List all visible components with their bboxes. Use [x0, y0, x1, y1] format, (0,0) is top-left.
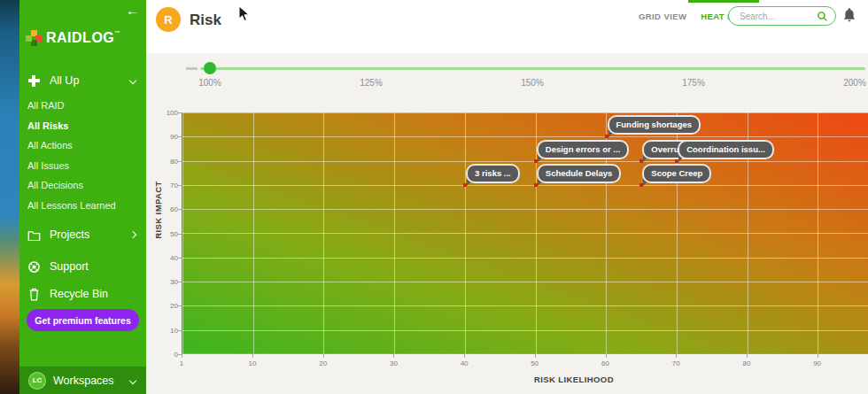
risk-bubble-funding-shortages[interactable]: Funding shortages — [608, 115, 701, 135]
sidebar-item-all-risks[interactable]: All Risks — [19, 116, 146, 136]
trademark-symbol: ™ — [114, 30, 120, 35]
x-tick-80: 80 — [742, 359, 750, 367]
y-tick-100: 100 — [153, 109, 178, 117]
risk-bubble-3-risks[interactable]: 3 risks ... — [466, 164, 520, 183]
x-tick-mark — [393, 354, 394, 358]
search-input[interactable] — [740, 12, 817, 21]
y-tick-20: 20 — [153, 302, 178, 310]
x-tick-30: 30 — [390, 359, 398, 367]
slider-label-100: 100% — [198, 78, 221, 88]
sidebar-item-label: Projects — [50, 228, 89, 241]
sidebar-item-recycle-bin[interactable]: Recycle Bin — [19, 282, 146, 305]
sidebar-item-projects[interactable]: Projects — [19, 223, 146, 246]
sidebar-item-all-issues[interactable]: All Issues — [19, 156, 146, 176]
page-title: Risk — [190, 12, 221, 29]
folder-icon — [27, 228, 41, 242]
x-tick-mark — [323, 354, 324, 358]
chevron-down-icon — [129, 376, 136, 383]
workspace-avatar: LC — [28, 372, 46, 390]
x-tick-mark — [818, 354, 818, 358]
lifebuoy-icon — [27, 259, 41, 274]
x-tick-50: 50 — [531, 359, 539, 367]
y-tick-60: 60 — [153, 205, 178, 213]
risk-page-icon: R — [156, 7, 181, 32]
sidebar-item-all-actions[interactable]: All Actions — [19, 135, 146, 156]
y-tick-70: 70 — [153, 182, 178, 189]
sidebar-item-label: Recycle Bin — [50, 288, 108, 300]
slider-label-125: 125% — [360, 78, 383, 88]
risk-bubble-scope-creep[interactable]: Scope Creep — [642, 164, 711, 183]
search-icon[interactable] — [817, 11, 828, 22]
x-axis-label: RISK LIKELIHOOD — [534, 375, 614, 384]
mouse-cursor — [238, 5, 251, 27]
trash-icon — [27, 287, 41, 301]
x-tick-mark — [252, 354, 253, 358]
y-tick-90: 90 — [153, 133, 178, 141]
x-tick-mark — [182, 354, 182, 358]
workspaces-label: Workspaces — [53, 375, 130, 387]
search-box[interactable] — [728, 6, 836, 26]
chevron-down-icon — [129, 77, 136, 84]
sidebar-item-all-decisions[interactable]: All Decisions — [19, 175, 146, 196]
y-tick-30: 30 — [153, 278, 178, 286]
x-tick-90: 90 — [813, 359, 821, 367]
x-tick-20: 20 — [319, 359, 327, 367]
x-tick-mark — [747, 354, 748, 358]
top-bar: R Risk GRID VIEWHEAT MAP — [146, 0, 868, 53]
raidlog-logo-text: RAIDLOG™ — [46, 30, 120, 46]
sidebar-item-all-raid[interactable]: All RAID — [19, 96, 146, 116]
sidebar-item-label: All Up — [50, 74, 79, 87]
slider-label-200: 200% — [843, 78, 866, 88]
tab-grid-view[interactable]: GRID VIEW — [639, 12, 686, 21]
y-tick-10: 10 — [153, 327, 178, 335]
risk-bubble-design-errors-or[interactable]: Design errors or ... — [537, 140, 629, 159]
raidlog-app-window: ← RAIDLOG™ All Up All RAIDAll RisksAll A… — [0, 0, 868, 394]
x-tick-1: 1 — [180, 359, 183, 367]
desktop-background-strip — [0, 0, 19, 394]
slider-left-dash — [186, 67, 198, 70]
sidebar-item-label: Support — [50, 260, 89, 273]
sidebar-item-all-lessons-learned[interactable]: All Lessons Learned — [19, 196, 146, 216]
y-tick-0: 0 — [153, 351, 178, 359]
workspaces-bar[interactable]: LC Workspaces — [19, 367, 146, 394]
slider-label-150: 150% — [521, 78, 544, 88]
sidebar-item-all-up[interactable]: All Up — [19, 69, 146, 92]
x-tick-40: 40 — [461, 359, 469, 367]
y-tick-50: 50 — [153, 230, 178, 238]
zoom-slider: 100%125%150%175%200% — [146, 53, 868, 97]
heat-map-plot[interactable]: Funding shortagesDesign errors or ...Ove… — [182, 112, 868, 354]
heat-map-chart: RISK IMPACT RISK LIKELIHOOD 010203040506… — [146, 102, 868, 394]
x-tick-60: 60 — [601, 359, 609, 367]
slider-track[interactable] — [200, 67, 865, 70]
raidlog-logo-icon — [26, 30, 42, 46]
sidebar: ← RAIDLOG™ All Up All RAIDAll RisksAll A… — [19, 0, 146, 394]
x-tick-70: 70 — [672, 359, 680, 367]
risk-bubble-coordination-issu[interactable]: Coordination issu... — [678, 140, 774, 159]
plus-icon — [27, 73, 41, 88]
slider-label-175: 175% — [682, 78, 705, 88]
sidebar-collapse-icon[interactable]: ← — [126, 3, 139, 18]
y-tick-80: 80 — [153, 158, 178, 166]
x-tick-mark — [676, 354, 677, 358]
risk-bubble-schedule-delays[interactable]: Schedule Delays — [537, 164, 622, 183]
slider-knob[interactable] — [204, 62, 216, 74]
raidlog-logo: RAIDLOG™ — [26, 30, 120, 46]
get-premium-button[interactable]: Get premium features — [27, 309, 139, 331]
x-tick-mark — [606, 354, 607, 358]
y-tick-40: 40 — [153, 254, 178, 262]
sidebar-sub-items: All RAIDAll RisksAll ActionsAll IssuesAl… — [19, 96, 146, 216]
notifications-bell-icon[interactable] — [842, 7, 856, 27]
x-tick-mark — [535, 354, 536, 358]
chevron-right-icon — [129, 231, 136, 238]
x-tick-mark — [464, 354, 465, 358]
sidebar-item-support[interactable]: Support — [19, 255, 146, 278]
x-tick-10: 10 — [249, 359, 257, 367]
